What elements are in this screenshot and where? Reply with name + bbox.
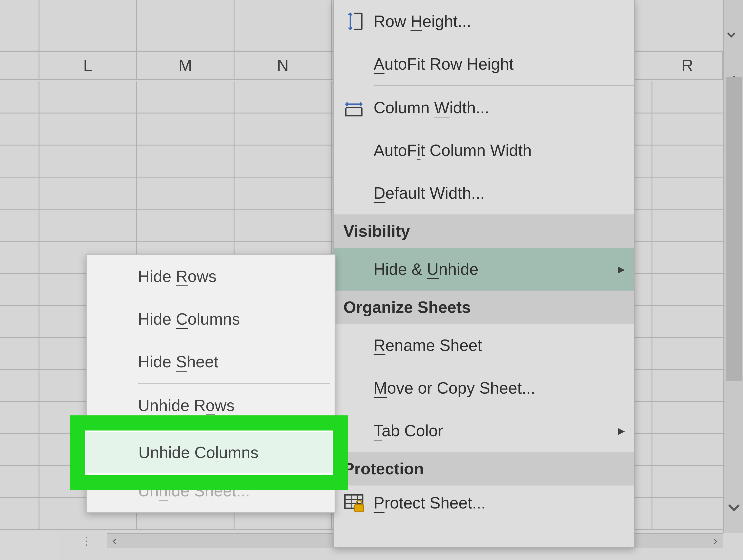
grid-cell[interactable] [0, 274, 40, 306]
column-width-icon [334, 97, 374, 119]
menu-label: Move or Copy Sheet... [374, 367, 634, 409]
grid-cell[interactable] [652, 370, 723, 402]
grid-cell[interactable] [234, 209, 332, 242]
grid-cell[interactable] [0, 466, 40, 498]
grid-cell[interactable] [0, 434, 40, 466]
column-header-L[interactable]: L [40, 52, 137, 79]
menu-label: Rename Sheet [374, 324, 634, 367]
grid-cell[interactable] [234, 145, 332, 178]
grid-cell[interactable] [652, 82, 723, 113]
grid-cell[interactable] [652, 498, 723, 530]
scroll-right-button[interactable] [708, 534, 723, 549]
grid-cell[interactable] [137, 82, 234, 113]
menu-label: Tab Color [374, 409, 634, 452]
submenu-hide-columns[interactable]: Hide Columns [87, 298, 335, 340]
grid-cell[interactable] [652, 209, 723, 242]
scroll-thumb[interactable] [726, 77, 742, 381]
submenu-arrow-icon: ▶ [618, 425, 625, 436]
grid-cell[interactable] [0, 306, 40, 338]
menu-header-protection: Protection [334, 452, 634, 485]
menu-protect-sheet[interactable]: Protect Sheet... [334, 485, 634, 520]
grid-cell[interactable] [40, 82, 137, 113]
menu-label: AutoFit Row Height [374, 43, 634, 85]
grid-cell[interactable] [0, 402, 40, 434]
submenu-hide-rows[interactable]: Hide Rows [87, 255, 335, 298]
grid-cell[interactable] [652, 306, 723, 338]
menu-tab-color[interactable]: Tab Color ▶ [334, 409, 634, 452]
grid-cell[interactable] [40, 145, 137, 178]
tutorial-highlight-label: Unhide Columns [85, 430, 333, 475]
grid-cell[interactable] [652, 145, 723, 178]
grid-cell[interactable] [0, 178, 40, 209]
format-menu: Row Height... AutoFit Row Height Column … [333, 0, 635, 548]
grid-cell[interactable] [0, 113, 40, 145]
menu-label: Default Width... [374, 172, 634, 215]
grid-cell[interactable] [40, 178, 137, 209]
grid-cell[interactable] [652, 402, 723, 434]
grid-cell[interactable] [0, 370, 40, 402]
sheet-tab-menu-icon[interactable]: … [82, 533, 98, 548]
grid-cell[interactable] [137, 145, 234, 178]
grid-cell[interactable] [652, 113, 723, 145]
column-header-R[interactable]: R [652, 52, 723, 79]
menu-header-visibility: Visibility [334, 215, 634, 248]
column-header-N[interactable]: N [234, 52, 332, 79]
grid-cell[interactable] [234, 178, 332, 209]
grid-cell[interactable] [652, 242, 723, 274]
menu-label: Protect Sheet... [374, 485, 634, 520]
menu-header-organize: Organize Sheets [334, 290, 634, 324]
menu-move-or-copy-sheet[interactable]: Move or Copy Sheet... [334, 367, 634, 409]
protect-sheet-icon [334, 492, 374, 514]
scroll-left-button[interactable] [107, 534, 122, 549]
menu-autofit-row-height[interactable]: AutoFit Row Height [334, 43, 634, 85]
scroll-down-button[interactable] [724, 498, 743, 518]
grid-cell[interactable] [652, 178, 723, 209]
menu-row-height[interactable]: Row Height... [334, 0, 634, 43]
grid-cell[interactable] [0, 145, 40, 178]
grid-cell[interactable] [40, 113, 137, 145]
grid-cell[interactable] [234, 82, 332, 113]
grid-cell[interactable] [137, 113, 234, 145]
grid-cell[interactable] [137, 209, 234, 242]
svg-rect-1 [355, 505, 363, 512]
column-header-M[interactable]: M [137, 52, 234, 79]
submenu-arrow-icon: ▶ [618, 264, 625, 275]
grid-cell[interactable] [652, 274, 723, 306]
menu-column-width[interactable]: Column Width... [334, 86, 634, 129]
row-header-gutter[interactable] [0, 52, 40, 79]
menu-autofit-column-width[interactable]: AutoFit Column Width [334, 129, 634, 172]
grid-cell[interactable] [0, 209, 40, 242]
menu-default-width[interactable]: Default Width... [334, 172, 634, 215]
tutorial-highlight-box: Unhide Columns [70, 415, 348, 490]
grid-cell[interactable] [0, 338, 40, 370]
grid-cell[interactable] [137, 178, 234, 209]
grid-cell[interactable] [0, 498, 40, 530]
menu-hide-unhide[interactable]: Hide & Unhide ▶ [334, 248, 634, 290]
row-height-icon [334, 11, 374, 32]
menu-rename-sheet[interactable]: Rename Sheet [334, 324, 634, 367]
grid-cell[interactable] [652, 338, 723, 370]
grid-cell[interactable] [234, 113, 332, 145]
grid-cell[interactable] [40, 209, 137, 242]
grid-cell[interactable] [0, 82, 40, 113]
menu-label: Column Width... [374, 86, 634, 129]
vertical-scrollbar[interactable] [723, 0, 743, 533]
ribbon-collapse-icon[interactable] [725, 28, 738, 45]
grid-cell[interactable] [652, 466, 723, 498]
grid-cell[interactable] [0, 242, 40, 274]
grid-cell[interactable] [652, 434, 723, 466]
submenu-hide-sheet[interactable]: Hide Sheet [87, 340, 335, 383]
menu-label: Row Height... [374, 0, 634, 43]
menu-label: Hide & Unhide [374, 248, 634, 290]
menu-label: AutoFit Column Width [374, 129, 634, 172]
